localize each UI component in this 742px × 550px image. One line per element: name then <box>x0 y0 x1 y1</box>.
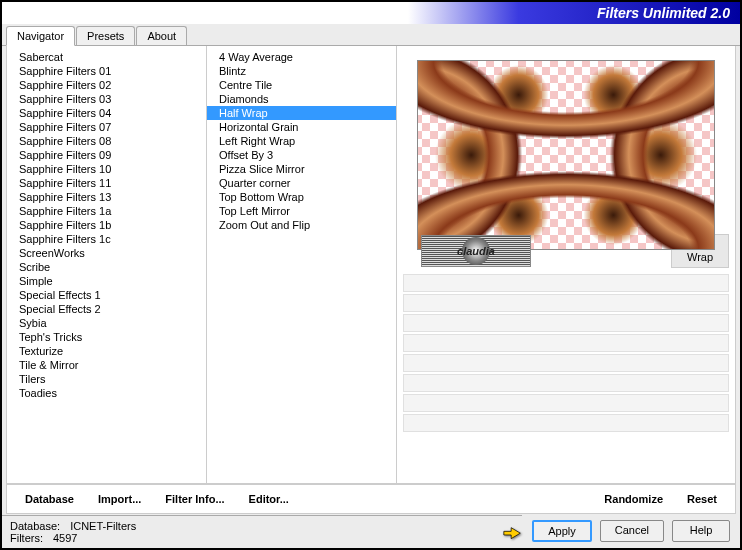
list-item[interactable]: Special Effects 2 <box>7 302 206 316</box>
list-item[interactable]: Sapphire Filters 1a <box>7 204 206 218</box>
list-item[interactable]: Tilers <box>7 372 206 386</box>
status-bar: Database:ICNET-Filters Filters:4597 <box>2 515 522 548</box>
list-item[interactable]: Zoom Out and Flip <box>207 218 396 232</box>
logo-text: claudia <box>457 245 495 257</box>
footer: Database:ICNET-Filters Filters:4597 Appl… <box>2 514 740 548</box>
tab-about[interactable]: About <box>136 26 187 45</box>
list-item[interactable]: Sapphire Filters 07 <box>7 120 206 134</box>
toolbar: Database Import... Filter Info... Editor… <box>6 484 736 514</box>
list-item[interactable]: Sybia <box>7 316 206 330</box>
titlebar: Filters Unlimited 2.0 <box>2 2 740 24</box>
param-row <box>403 314 729 332</box>
list-item[interactable]: Sapphire Filters 11 <box>7 176 206 190</box>
import-button[interactable]: Import... <box>90 491 149 507</box>
list-item[interactable]: Teph's Tricks <box>7 330 206 344</box>
list-item[interactable]: Sapphire Filters 03 <box>7 92 206 106</box>
list-item[interactable]: Horizontal Grain <box>207 120 396 134</box>
list-item[interactable]: Sapphire Filters 1b <box>7 218 206 232</box>
db-value: ICNET-Filters <box>70 520 136 532</box>
list-item[interactable]: Sapphire Filters 08 <box>7 134 206 148</box>
preview-image <box>417 60 715 250</box>
list-item[interactable]: Special Effects 1 <box>7 288 206 302</box>
filter-list[interactable]: 4 Way AverageBlintzCentre TileDiamondsHa… <box>207 46 397 483</box>
param-row <box>403 334 729 352</box>
database-button[interactable]: Database <box>17 491 82 507</box>
cancel-button[interactable]: Cancel <box>600 520 664 542</box>
list-item[interactable]: Sapphire Filters 09 <box>7 148 206 162</box>
list-item[interactable]: Sabercat <box>7 50 206 64</box>
dialog-buttons: Apply Cancel Help <box>522 514 740 548</box>
spacer <box>305 491 588 507</box>
list-item[interactable]: Sapphire Filters 13 <box>7 190 206 204</box>
list-item[interactable]: Quarter corner <box>207 176 396 190</box>
parameter-area <box>403 274 729 477</box>
list-item[interactable]: Texturize <box>7 344 206 358</box>
tab-strip: Navigator Presets About <box>2 26 740 46</box>
param-row <box>403 414 729 432</box>
param-row <box>403 394 729 412</box>
list-item[interactable]: Top Bottom Wrap <box>207 190 396 204</box>
param-row <box>403 374 729 392</box>
list-item[interactable]: ScreenWorks <box>7 246 206 260</box>
list-item[interactable]: Sapphire Filters 04 <box>7 106 206 120</box>
list-item[interactable]: Left Right Wrap <box>207 134 396 148</box>
filters-value: 4597 <box>53 532 77 544</box>
list-item[interactable]: Scribe <box>7 260 206 274</box>
list-item[interactable]: Sapphire Filters 10 <box>7 162 206 176</box>
author-logo: claudia <box>421 235 531 267</box>
list-item[interactable]: Pizza Slice Mirror <box>207 162 396 176</box>
editor-button[interactable]: Editor... <box>241 491 297 507</box>
list-item[interactable]: Diamonds <box>207 92 396 106</box>
list-item[interactable]: Sapphire Filters 1c <box>7 232 206 246</box>
tab-navigator[interactable]: Navigator <box>6 26 75 46</box>
db-label: Database: <box>10 520 60 532</box>
list-item[interactable]: Top Left Mirror <box>207 204 396 218</box>
preview-panel: claudia Half Wrap <box>397 46 735 483</box>
param-row <box>403 354 729 372</box>
help-button[interactable]: Help <box>672 520 730 542</box>
list-item[interactable]: Centre Tile <box>207 78 396 92</box>
param-row <box>403 274 729 292</box>
tab-presets[interactable]: Presets <box>76 26 135 45</box>
filter-info-button[interactable]: Filter Info... <box>157 491 232 507</box>
list-item[interactable]: Toadies <box>7 386 206 400</box>
main-panel: SabercatSapphire Filters 01Sapphire Filt… <box>6 46 736 484</box>
list-item[interactable]: Half Wrap <box>207 106 396 120</box>
app-title: Filters Unlimited 2.0 <box>597 5 730 21</box>
list-item[interactable]: Tile & Mirror <box>7 358 206 372</box>
reset-button[interactable]: Reset <box>679 491 725 507</box>
randomize-button[interactable]: Randomize <box>596 491 671 507</box>
list-item[interactable]: Sapphire Filters 02 <box>7 78 206 92</box>
filters-label: Filters: <box>10 532 43 544</box>
list-item[interactable]: Simple <box>7 274 206 288</box>
apply-button[interactable]: Apply <box>532 520 592 542</box>
list-item[interactable]: Blintz <box>207 64 396 78</box>
param-row <box>403 294 729 312</box>
list-item[interactable]: 4 Way Average <box>207 50 396 64</box>
app-window: Filters Unlimited 2.0 Navigator Presets … <box>1 1 741 549</box>
category-list[interactable]: SabercatSapphire Filters 01Sapphire Filt… <box>7 46 207 483</box>
list-item[interactable]: Offset By 3 <box>207 148 396 162</box>
list-item[interactable]: Sapphire Filters 01 <box>7 64 206 78</box>
